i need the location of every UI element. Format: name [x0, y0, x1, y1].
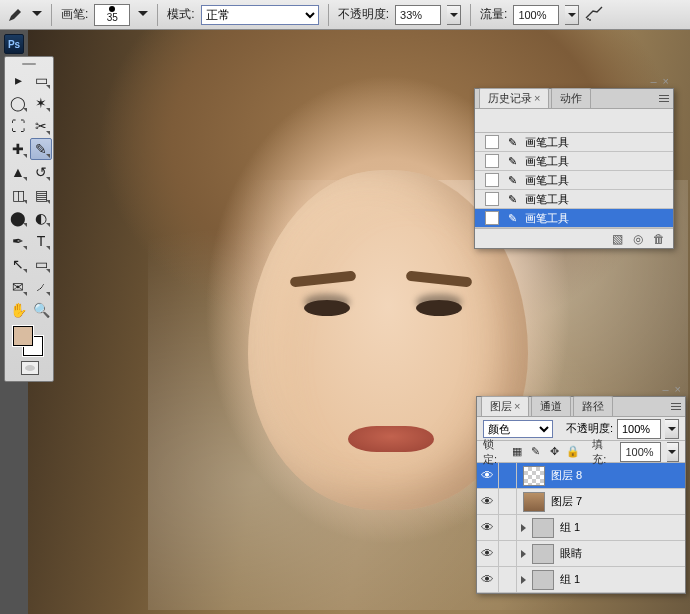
marquee-tool[interactable]: ▭ — [30, 69, 52, 91]
visibility-toggle[interactable]: 👁 — [477, 567, 499, 592]
layer-opacity-input[interactable]: 100% — [617, 419, 661, 439]
group-disclosure-icon[interactable] — [521, 550, 526, 558]
layer-thumbnail[interactable] — [523, 466, 545, 486]
toolbox-grip[interactable] — [7, 59, 51, 69]
layer-name[interactable]: 图层 7 — [551, 494, 582, 509]
group-disclosure-icon[interactable] — [521, 576, 526, 584]
lock-position-icon[interactable]: ✥ — [548, 445, 560, 459]
tool-preset-dropdown-icon[interactable] — [32, 11, 42, 19]
history-snapshot-strip[interactable] — [475, 109, 673, 133]
link-column[interactable] — [499, 463, 517, 488]
gradient-tool[interactable]: ▤ — [30, 184, 52, 206]
color-swatches[interactable] — [7, 322, 52, 356]
eye-icon: 👁 — [481, 468, 494, 483]
panel-menu-icon[interactable] — [657, 91, 671, 105]
spot-heal-tool[interactable]: ✚ — [7, 138, 29, 160]
blend-mode-select[interactable]: 正常 — [201, 5, 319, 25]
history-source-toggle[interactable] — [485, 135, 499, 149]
shape-tool[interactable]: ▭ — [30, 253, 52, 275]
fill-input[interactable]: 100% — [620, 442, 660, 462]
tab-history[interactable]: 历史记录× — [479, 88, 549, 108]
lock-pixels-icon[interactable]: ✎ — [530, 445, 542, 459]
foreground-swatch[interactable] — [13, 326, 33, 346]
group-disclosure-icon[interactable] — [521, 524, 526, 532]
tab-actions[interactable]: 动作 — [551, 88, 591, 108]
zoom-tool[interactable]: 🔍 — [30, 299, 52, 321]
link-column[interactable] — [499, 515, 517, 540]
flow-input[interactable]: 100% — [513, 5, 559, 25]
visibility-toggle[interactable]: 👁 — [477, 463, 499, 488]
path-select-tool[interactable]: ↖ — [7, 253, 29, 275]
layer-row[interactable]: 👁图层 7 — [477, 489, 685, 515]
new-document-from-state-icon[interactable]: ▧ — [612, 232, 623, 246]
tab-close-icon[interactable]: × — [534, 92, 540, 104]
clone-stamp-tool[interactable]: ▲ — [7, 161, 29, 183]
brush-tool-icon[interactable] — [6, 6, 24, 24]
brush-tool[interactable]: ✎ — [30, 138, 52, 160]
move-tool[interactable]: ▸ — [7, 69, 29, 91]
link-column[interactable] — [499, 489, 517, 514]
opacity-dropdown-icon[interactable] — [447, 5, 461, 25]
history-state[interactable]: ✎画笔工具 — [475, 152, 673, 171]
blur-tool[interactable]: ⬤ — [7, 207, 29, 229]
history-source-toggle[interactable] — [485, 211, 499, 225]
panel-close-icon[interactable]: × — [663, 75, 669, 87]
tab-close-icon[interactable]: × — [514, 400, 520, 412]
brush-preview[interactable]: 35 — [94, 4, 130, 26]
visibility-toggle[interactable]: 👁 — [477, 515, 499, 540]
layer-blend-select[interactable]: 颜色 — [483, 420, 553, 438]
panel-minimize-icon[interactable]: – — [650, 75, 656, 87]
panel-minimize-icon[interactable]: – — [662, 383, 668, 395]
lasso-tool[interactable]: ◯ — [7, 92, 29, 114]
flow-dropdown-icon[interactable] — [565, 5, 579, 25]
history-state[interactable]: ✎画笔工具 — [475, 133, 673, 152]
type-tool[interactable]: T — [30, 230, 52, 252]
opacity-input[interactable]: 33% — [395, 5, 441, 25]
eraser-tool[interactable]: ◫ — [7, 184, 29, 206]
layer-name[interactable]: 组 1 — [560, 520, 580, 535]
history-brush-tool[interactable]: ↺ — [30, 161, 52, 183]
history-state[interactable]: ✎画笔工具 — [475, 171, 673, 190]
history-source-toggle[interactable] — [485, 192, 499, 206]
pen-tool[interactable]: ✒ — [7, 230, 29, 252]
lock-all-icon[interactable]: 🔒 — [566, 445, 580, 459]
history-source-toggle[interactable] — [485, 154, 499, 168]
lock-transparency-icon[interactable]: ▦ — [511, 445, 523, 459]
fill-dropdown-icon[interactable] — [667, 442, 680, 462]
visibility-toggle[interactable]: 👁 — [477, 489, 499, 514]
history-source-toggle[interactable] — [485, 173, 499, 187]
layer-lock-row: 锁定: ▦ ✎ ✥ 🔒 填充: 100% — [477, 441, 685, 463]
airbrush-icon[interactable] — [585, 6, 607, 24]
hand-tool[interactable]: ✋ — [7, 299, 29, 321]
folder-icon — [532, 570, 554, 590]
panel-menu-icon[interactable] — [669, 399, 683, 413]
visibility-toggle[interactable]: 👁 — [477, 541, 499, 566]
dodge-tool[interactable]: ◐ — [30, 207, 52, 229]
notes-tool[interactable]: ✉ — [7, 276, 29, 298]
layer-row[interactable]: 👁图层 8 — [477, 463, 685, 489]
layer-group-row[interactable]: 👁眼睛 — [477, 541, 685, 567]
layer-thumbnail[interactable] — [523, 492, 545, 512]
tab-layers[interactable]: 图层× — [481, 396, 529, 416]
layer-name[interactable]: 眼睛 — [560, 546, 582, 561]
delete-state-icon[interactable]: 🗑 — [653, 232, 665, 246]
new-snapshot-icon[interactable]: ◎ — [633, 232, 643, 246]
crop-tool[interactable]: ⛶ — [7, 115, 29, 137]
tab-paths[interactable]: 路径 — [573, 396, 613, 416]
history-state[interactable]: ✎画笔工具 — [475, 209, 673, 228]
panel-close-icon[interactable]: × — [675, 383, 681, 395]
slice-tool[interactable]: ✂ — [30, 115, 52, 137]
magic-wand-tool[interactable]: ✶ — [30, 92, 52, 114]
link-column[interactable] — [499, 541, 517, 566]
layer-name[interactable]: 图层 8 — [551, 468, 582, 483]
quick-mask-toggle[interactable] — [7, 357, 52, 379]
history-state[interactable]: ✎画笔工具 — [475, 190, 673, 209]
link-column[interactable] — [499, 567, 517, 592]
eyedropper-tool[interactable]: ⟋ — [30, 276, 52, 298]
layer-group-row[interactable]: 👁组 1 — [477, 567, 685, 593]
brush-picker-dropdown-icon[interactable] — [138, 11, 148, 19]
layer-opacity-dropdown-icon[interactable] — [665, 419, 679, 439]
tab-channels[interactable]: 通道 — [531, 396, 571, 416]
layer-group-row[interactable]: 👁组 1 — [477, 515, 685, 541]
layer-name[interactable]: 组 1 — [560, 572, 580, 587]
